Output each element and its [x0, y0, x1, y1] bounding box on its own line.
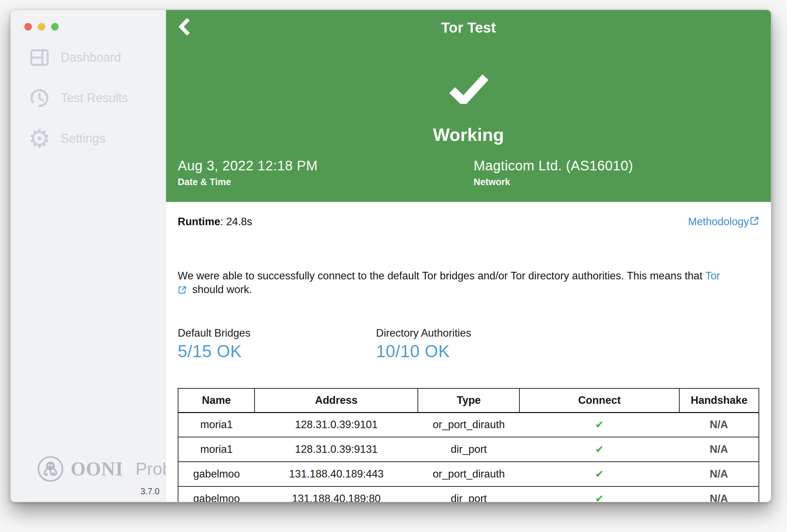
cell-type: dir_port	[418, 437, 519, 462]
bridge-table-body: moria1 128.31.0.39:9101 or_port_dirauth …	[178, 412, 759, 502]
stats-row: Default Bridges 5/15 OK Directory Author…	[178, 327, 759, 361]
cell-connect: ✔	[519, 412, 679, 437]
methodology-label: Methodology	[688, 216, 749, 228]
sidebar-item-test-results[interactable]: Test Results	[11, 78, 166, 118]
cell-handshake: N/A	[679, 412, 759, 437]
cell-address: 131.188.40.189:443	[255, 462, 418, 486]
logo-brand-text: OONI	[71, 458, 123, 480]
sidebar-item-label: Settings	[61, 131, 105, 146]
cell-handshake: N/A	[679, 437, 759, 462]
app-window: Dashboard Test Results ⚙ Settings	[10, 10, 771, 502]
column-header-connect: Connect	[519, 388, 679, 412]
cell-type: or_port_dirauth	[418, 412, 519, 437]
check-icon: ✔	[595, 493, 604, 502]
default-bridges-stat: Default Bridges 5/15 OK	[178, 327, 376, 361]
datetime-label: Date & Time	[178, 177, 463, 188]
desktop-background: Dashboard Test Results ⚙ Settings	[0, 0, 787, 532]
cell-handshake: N/A	[679, 462, 759, 486]
result-description: We were able to successfully connect to …	[178, 269, 759, 298]
cell-connect: ✔	[519, 486, 679, 502]
cell-connect: ✔	[519, 462, 679, 486]
minimize-button[interactable]	[38, 23, 45, 31]
sidebar-item-label: Dashboard	[61, 50, 121, 65]
page-title: Tor Test	[441, 20, 496, 36]
sidebar-item-settings[interactable]: ⚙ Settings	[11, 118, 166, 159]
table-row: gabelmoo 131.188.40.189:443 or_port_dira…	[178, 462, 759, 486]
history-icon	[28, 86, 51, 110]
datetime-block: Aug 3, 2022 12:18 PM Date & Time	[178, 158, 463, 188]
sidebar: Dashboard Test Results ⚙ Settings	[11, 10, 166, 502]
app-version: 3.7.0	[11, 483, 166, 502]
directory-authorities-stat: Directory Authorities 10/10 OK	[376, 327, 471, 361]
cell-type: or_port_dirauth	[418, 462, 519, 486]
column-header-type: Type	[418, 388, 519, 412]
external-link-icon	[750, 216, 759, 226]
ooni-octopus-icon	[36, 455, 64, 483]
cell-connect: ✔	[519, 437, 679, 462]
cell-name: moria1	[178, 412, 255, 437]
cell-address: 128.31.0.39:9131	[255, 437, 418, 462]
cell-type: dir_port	[418, 486, 519, 502]
result-details: Runtime: 24.8s Methodology We were able …	[166, 202, 771, 502]
dashboard-icon	[28, 46, 51, 69]
column-header-address: Address	[255, 388, 418, 412]
table-row: moria1 128.31.0.39:9101 or_port_dirauth …	[178, 412, 759, 437]
sidebar-nav: Dashboard Test Results ⚙ Settings	[11, 37, 166, 159]
sidebar-item-dashboard[interactable]: Dashboard	[11, 37, 166, 78]
main-panel: Tor Test Working Aug 3, 2022 12:18 PM Da…	[166, 10, 771, 502]
external-link-icon[interactable]	[178, 284, 187, 298]
methodology-link[interactable]: Methodology	[688, 216, 759, 228]
ooni-probe-logo: OONI Probe	[11, 455, 166, 483]
stat-label: Directory Authorities	[376, 327, 471, 339]
result-header: Tor Test Working Aug 3, 2022 12:18 PM Da…	[166, 10, 771, 202]
cell-handshake: N/A	[679, 486, 759, 502]
cell-address: 131.188.40.189:80	[255, 486, 418, 502]
stat-label: Default Bridges	[178, 327, 376, 339]
cell-name: gabelmoo	[178, 486, 255, 502]
datetime-value: Aug 3, 2022 12:18 PM	[178, 158, 463, 173]
cell-address: 128.31.0.39:9101	[255, 412, 418, 437]
network-label: Network	[474, 177, 760, 188]
stat-value: 10/10 OK	[376, 341, 471, 361]
back-button[interactable]	[178, 17, 190, 36]
table-header-row: Name Address Type Connect Handshake	[178, 388, 759, 412]
sidebar-item-label: Test Results	[61, 91, 128, 105]
success-check-icon	[448, 74, 490, 105]
cell-name: gabelmoo	[178, 462, 255, 486]
column-header-name: Name	[178, 388, 255, 412]
status-text: Working	[433, 125, 504, 144]
table-row: gabelmoo 131.188.40.189:80 dir_port ✔ N/…	[178, 486, 759, 502]
table-row: moria1 128.31.0.39:9131 dir_port ✔ N/A	[178, 437, 759, 462]
network-block: Magticom Ltd. (AS16010) Network	[463, 158, 760, 188]
check-icon: ✔	[595, 468, 604, 480]
column-header-handshake: Handshake	[679, 388, 759, 412]
result-meta: Aug 3, 2022 12:18 PM Date & Time Magtico…	[166, 158, 771, 202]
gear-icon: ⚙	[28, 127, 51, 150]
cell-name: moria1	[178, 437, 255, 462]
tor-link[interactable]: Tor	[705, 270, 720, 282]
runtime-text: Runtime: 24.8s	[178, 216, 252, 228]
zoom-button[interactable]	[51, 23, 59, 31]
check-icon: ✔	[595, 419, 604, 431]
bridge-table: Name Address Type Connect Handshake mori…	[178, 388, 759, 502]
traffic-lights	[11, 10, 166, 31]
close-button[interactable]	[24, 23, 32, 31]
check-icon: ✔	[595, 443, 604, 455]
stat-value: 5/15 OK	[178, 341, 376, 361]
network-value: Magticom Ltd. (AS16010)	[474, 158, 760, 173]
